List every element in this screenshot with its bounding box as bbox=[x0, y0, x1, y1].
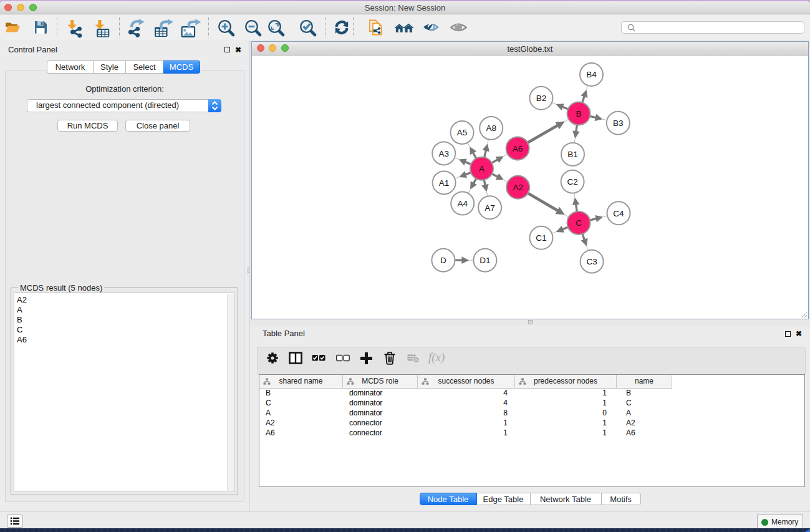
svg-text:D1: D1 bbox=[480, 256, 490, 265]
svg-text:A5: A5 bbox=[457, 128, 468, 137]
svg-text:C: C bbox=[576, 218, 582, 228]
svg-text:A8: A8 bbox=[486, 123, 496, 133]
svg-text:A7: A7 bbox=[485, 203, 495, 213]
svg-text:D: D bbox=[440, 256, 446, 265]
svg-text:C4: C4 bbox=[613, 209, 624, 218]
svg-text:A1: A1 bbox=[439, 178, 450, 188]
svg-text:C2: C2 bbox=[567, 177, 577, 186]
svg-text:A4: A4 bbox=[457, 199, 468, 208]
svg-text:A6: A6 bbox=[513, 144, 523, 153]
svg-text:B3: B3 bbox=[613, 118, 624, 128]
svg-text:B: B bbox=[576, 109, 581, 118]
svg-text:A2: A2 bbox=[513, 183, 523, 192]
svg-text:B4: B4 bbox=[586, 70, 597, 79]
svg-text:B2: B2 bbox=[536, 94, 547, 103]
svg-text:A: A bbox=[479, 164, 485, 173]
svg-text:C1: C1 bbox=[536, 233, 546, 243]
svg-text:C3: C3 bbox=[586, 257, 597, 266]
svg-text:A3: A3 bbox=[438, 149, 449, 158]
svg-text:B1: B1 bbox=[567, 150, 578, 159]
